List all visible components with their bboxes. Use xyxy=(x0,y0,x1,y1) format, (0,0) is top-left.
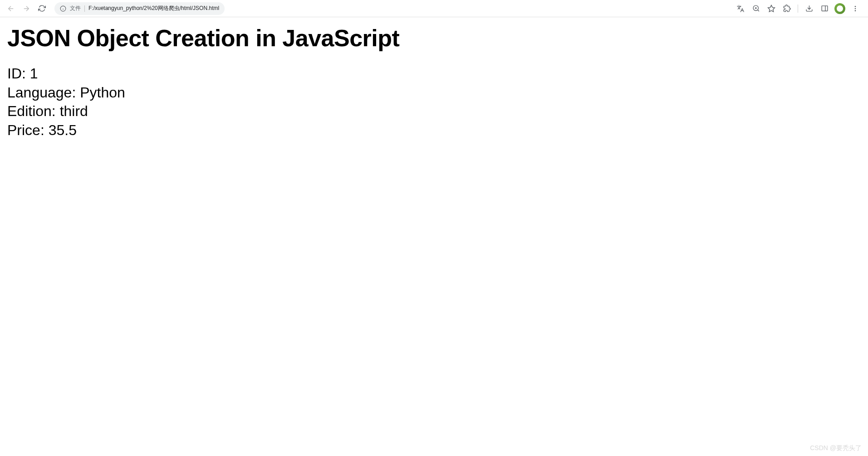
line-price: Price: 35.5 xyxy=(7,121,861,140)
toolbar-right xyxy=(734,2,863,15)
translate-icon[interactable] xyxy=(734,2,747,15)
bookmark-star-icon[interactable] xyxy=(765,2,778,15)
forward-button[interactable] xyxy=(20,2,33,15)
file-label: 文件 xyxy=(70,5,81,12)
svg-point-11 xyxy=(855,8,856,9)
line-id: ID: 1 xyxy=(7,64,861,83)
page-content: JSON Object Creation in JavaScript ID: 1… xyxy=(0,17,868,147)
svg-rect-8 xyxy=(822,6,828,11)
extensions-icon[interactable] xyxy=(780,2,793,15)
page-title: JSON Object Creation in JavaScript xyxy=(7,24,861,52)
svg-point-12 xyxy=(855,10,856,11)
svg-marker-7 xyxy=(768,5,775,11)
toolbar-divider xyxy=(798,5,798,13)
url-text: F:/xuetangyun_python/2%20网络爬虫/html/JSON.… xyxy=(88,5,219,12)
menu-dots-icon[interactable] xyxy=(849,2,862,15)
side-panel-icon[interactable] xyxy=(818,2,831,15)
reload-button[interactable] xyxy=(35,2,48,15)
line-edition: Edition: third xyxy=(7,102,861,121)
svg-point-10 xyxy=(855,6,856,7)
svg-line-4 xyxy=(757,10,759,11)
profile-avatar[interactable] xyxy=(834,2,846,15)
content-block: ID: 1 Language: Python Edition: third Pr… xyxy=(7,64,861,140)
address-bar[interactable]: 文件 F:/xuetangyun_python/2%20网络爬虫/html/JS… xyxy=(54,2,225,15)
line-language: Language: Python xyxy=(7,83,861,102)
watermark: CSDN @要秃头了 xyxy=(810,444,862,452)
browser-toolbar: 文件 F:/xuetangyun_python/2%20网络爬虫/html/JS… xyxy=(0,0,868,17)
zoom-icon[interactable] xyxy=(750,2,762,15)
info-icon xyxy=(60,5,66,12)
back-button[interactable] xyxy=(5,2,17,15)
address-separator xyxy=(84,5,85,12)
download-icon[interactable] xyxy=(803,2,815,15)
